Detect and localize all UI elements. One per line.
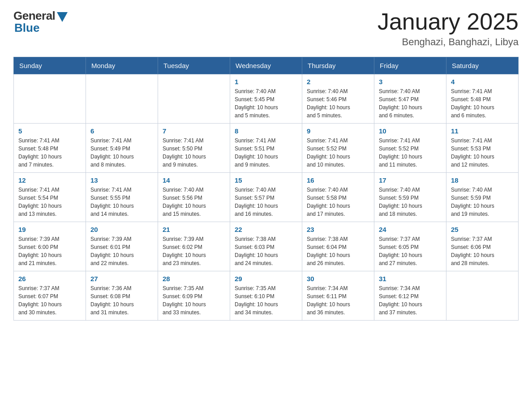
day-info: Sunrise: 7:40 AMSunset: 5:57 PMDaylight:…: [235, 186, 297, 218]
calendar-cell: 8Sunrise: 7:41 AMSunset: 5:51 PMDaylight…: [230, 124, 302, 173]
day-number: 17: [379, 176, 442, 184]
month-title: January 2025: [378, 9, 519, 34]
calendar-header-sunday: Sunday: [14, 57, 86, 74]
calendar-cell: 30Sunrise: 7:34 AMSunset: 6:11 PMDayligh…: [302, 271, 374, 321]
day-number: 26: [18, 275, 81, 283]
day-number: 16: [307, 176, 369, 184]
day-info: Sunrise: 7:35 AMSunset: 6:09 PMDaylight:…: [163, 284, 225, 317]
calendar-cell: 28Sunrise: 7:35 AMSunset: 6:09 PMDayligh…: [158, 271, 230, 321]
day-info: Sunrise: 7:35 AMSunset: 6:10 PMDaylight:…: [235, 284, 297, 317]
calendar-cell: 22Sunrise: 7:38 AMSunset: 6:03 PMDayligh…: [230, 222, 302, 271]
day-info: Sunrise: 7:41 AMSunset: 5:55 PMDaylight:…: [90, 186, 153, 218]
day-info: Sunrise: 7:41 AMSunset: 5:51 PMDaylight:…: [235, 137, 297, 169]
calendar-week-2: 5Sunrise: 7:41 AMSunset: 5:48 PMDaylight…: [14, 124, 519, 173]
calendar-cell: 17Sunrise: 7:40 AMSunset: 5:59 PMDayligh…: [374, 173, 446, 222]
day-info: Sunrise: 7:34 AMSunset: 6:11 PMDaylight:…: [307, 284, 369, 317]
day-number: 20: [90, 226, 153, 233]
day-info: Sunrise: 7:41 AMSunset: 5:48 PMDaylight:…: [18, 137, 81, 169]
day-number: 21: [163, 226, 225, 233]
calendar-cell: 20Sunrise: 7:39 AMSunset: 6:01 PMDayligh…: [86, 222, 158, 271]
day-info: Sunrise: 7:40 AMSunset: 5:45 PMDaylight:…: [235, 87, 297, 120]
calendar-cell: 16Sunrise: 7:40 AMSunset: 5:58 PMDayligh…: [302, 173, 374, 222]
calendar-cell: 5Sunrise: 7:41 AMSunset: 5:48 PMDaylight…: [14, 124, 86, 173]
day-number: 6: [90, 127, 153, 135]
day-number: 19: [18, 226, 81, 233]
day-number: 30: [307, 275, 369, 283]
calendar-cell: 6Sunrise: 7:41 AMSunset: 5:49 PMDaylight…: [86, 124, 158, 173]
calendar-header-tuesday: Tuesday: [158, 57, 230, 74]
calendar-cell: 11Sunrise: 7:41 AMSunset: 5:53 PMDayligh…: [446, 124, 519, 173]
day-info: Sunrise: 7:41 AMSunset: 5:54 PMDaylight:…: [18, 186, 81, 218]
calendar-header-monday: Monday: [86, 57, 158, 74]
calendar-cell: 31Sunrise: 7:34 AMSunset: 6:12 PMDayligh…: [374, 271, 446, 321]
day-info: Sunrise: 7:40 AMSunset: 5:59 PMDaylight:…: [451, 186, 514, 218]
day-number: 15: [235, 176, 297, 184]
day-info: Sunrise: 7:41 AMSunset: 5:49 PMDaylight:…: [90, 137, 153, 169]
day-number: 22: [235, 226, 297, 233]
day-number: 12: [18, 176, 81, 184]
day-number: 2: [307, 78, 369, 86]
day-info: Sunrise: 7:41 AMSunset: 5:50 PMDaylight:…: [163, 137, 225, 169]
calendar-cell: 21Sunrise: 7:39 AMSunset: 6:02 PMDayligh…: [158, 222, 230, 271]
day-info: Sunrise: 7:41 AMSunset: 5:53 PMDaylight:…: [451, 137, 514, 169]
page-header: General Blue January 2025 Benghazi, Bang…: [13, 9, 519, 48]
day-number: 29: [235, 275, 297, 283]
day-number: 5: [18, 127, 81, 135]
calendar-cell: 26Sunrise: 7:37 AMSunset: 6:07 PMDayligh…: [14, 271, 86, 321]
location-title: Benghazi, Banghazi, Libya: [378, 36, 519, 48]
day-number: 31: [379, 275, 442, 283]
calendar-cell: 19Sunrise: 7:39 AMSunset: 6:00 PMDayligh…: [14, 222, 86, 271]
calendar-cell: 1Sunrise: 7:40 AMSunset: 5:45 PMDaylight…: [230, 74, 302, 124]
calendar-cell: 15Sunrise: 7:40 AMSunset: 5:57 PMDayligh…: [230, 173, 302, 222]
day-number: 13: [90, 176, 153, 184]
calendar-header-wednesday: Wednesday: [230, 57, 302, 74]
calendar-week-5: 26Sunrise: 7:37 AMSunset: 6:07 PMDayligh…: [14, 271, 519, 321]
day-info: Sunrise: 7:40 AMSunset: 5:58 PMDaylight:…: [307, 186, 369, 218]
day-info: Sunrise: 7:37 AMSunset: 6:07 PMDaylight:…: [18, 284, 81, 317]
calendar-header-saturday: Saturday: [446, 57, 519, 74]
calendar-cell: 4Sunrise: 7:41 AMSunset: 5:48 PMDaylight…: [446, 74, 519, 124]
day-number: 4: [451, 78, 514, 86]
day-number: 11: [451, 127, 514, 135]
day-info: Sunrise: 7:41 AMSunset: 5:52 PMDaylight:…: [379, 137, 442, 169]
calendar-header-thursday: Thursday: [302, 57, 374, 74]
calendar-cell: 9Sunrise: 7:41 AMSunset: 5:52 PMDaylight…: [302, 124, 374, 173]
day-info: Sunrise: 7:41 AMSunset: 5:52 PMDaylight:…: [307, 137, 369, 169]
day-number: 18: [451, 176, 514, 184]
calendar-table: SundayMondayTuesdayWednesdayThursdayFrid…: [13, 57, 519, 321]
calendar-cell: 18Sunrise: 7:40 AMSunset: 5:59 PMDayligh…: [446, 173, 519, 222]
calendar-week-4: 19Sunrise: 7:39 AMSunset: 6:00 PMDayligh…: [14, 222, 519, 271]
calendar-cell: 23Sunrise: 7:38 AMSunset: 6:04 PMDayligh…: [302, 222, 374, 271]
calendar-week-3: 12Sunrise: 7:41 AMSunset: 5:54 PMDayligh…: [14, 173, 519, 222]
day-info: Sunrise: 7:36 AMSunset: 6:08 PMDaylight:…: [90, 284, 153, 317]
calendar-header-row: SundayMondayTuesdayWednesdayThursdayFrid…: [14, 57, 519, 74]
day-info: Sunrise: 7:40 AMSunset: 5:59 PMDaylight:…: [379, 186, 442, 218]
day-number: 9: [307, 127, 369, 135]
calendar-week-1: 1Sunrise: 7:40 AMSunset: 5:45 PMDaylight…: [14, 74, 519, 124]
day-number: 10: [379, 127, 442, 135]
day-number: 24: [379, 226, 442, 233]
day-info: Sunrise: 7:38 AMSunset: 6:04 PMDaylight:…: [307, 235, 369, 267]
day-number: 28: [163, 275, 225, 283]
calendar-cell: 12Sunrise: 7:41 AMSunset: 5:54 PMDayligh…: [14, 173, 86, 222]
calendar-cell: 7Sunrise: 7:41 AMSunset: 5:50 PMDaylight…: [158, 124, 230, 173]
logo-triangle-icon: [57, 12, 68, 22]
day-number: 3: [379, 78, 442, 86]
title-block: January 2025 Benghazi, Banghazi, Libya: [378, 9, 519, 48]
day-number: 8: [235, 127, 297, 135]
day-number: 25: [451, 226, 514, 233]
calendar-cell: 2Sunrise: 7:40 AMSunset: 5:46 PMDaylight…: [302, 74, 374, 124]
calendar-cell: [158, 74, 230, 124]
calendar-cell: 10Sunrise: 7:41 AMSunset: 5:52 PMDayligh…: [374, 124, 446, 173]
day-number: 23: [307, 226, 369, 233]
day-info: Sunrise: 7:34 AMSunset: 6:12 PMDaylight:…: [379, 284, 442, 317]
logo-blue-text: Blue: [14, 21, 39, 35]
day-info: Sunrise: 7:39 AMSunset: 6:00 PMDaylight:…: [18, 235, 81, 267]
calendar-cell: 27Sunrise: 7:36 AMSunset: 6:08 PMDayligh…: [86, 271, 158, 321]
day-info: Sunrise: 7:38 AMSunset: 6:03 PMDaylight:…: [235, 235, 297, 267]
calendar-header-friday: Friday: [374, 57, 446, 74]
day-info: Sunrise: 7:40 AMSunset: 5:46 PMDaylight:…: [307, 87, 369, 120]
calendar-cell: 24Sunrise: 7:37 AMSunset: 6:05 PMDayligh…: [374, 222, 446, 271]
calendar-cell: [86, 74, 158, 124]
day-info: Sunrise: 7:40 AMSunset: 5:47 PMDaylight:…: [379, 87, 442, 120]
